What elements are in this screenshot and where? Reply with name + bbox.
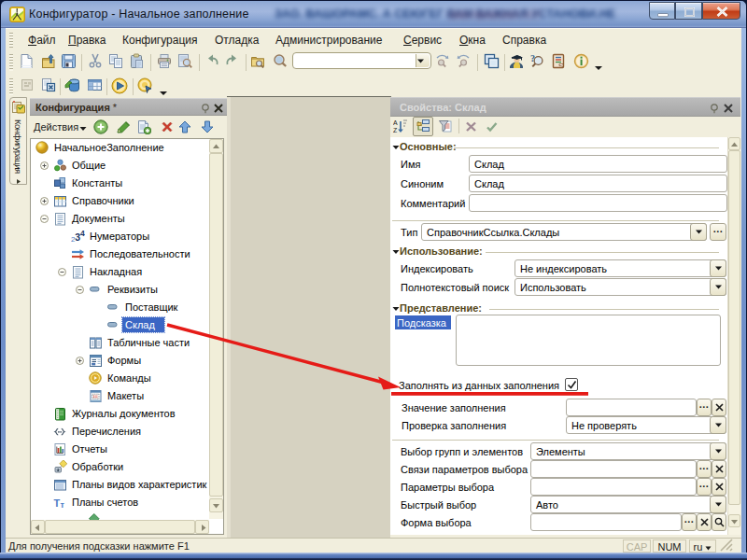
svg-text:Т: Т xyxy=(54,497,61,509)
svg-text:т: т xyxy=(61,500,65,510)
svg-text:4: 4 xyxy=(80,230,85,238)
svg-text:Z: Z xyxy=(393,127,398,133)
svg-text:A: A xyxy=(393,119,398,126)
